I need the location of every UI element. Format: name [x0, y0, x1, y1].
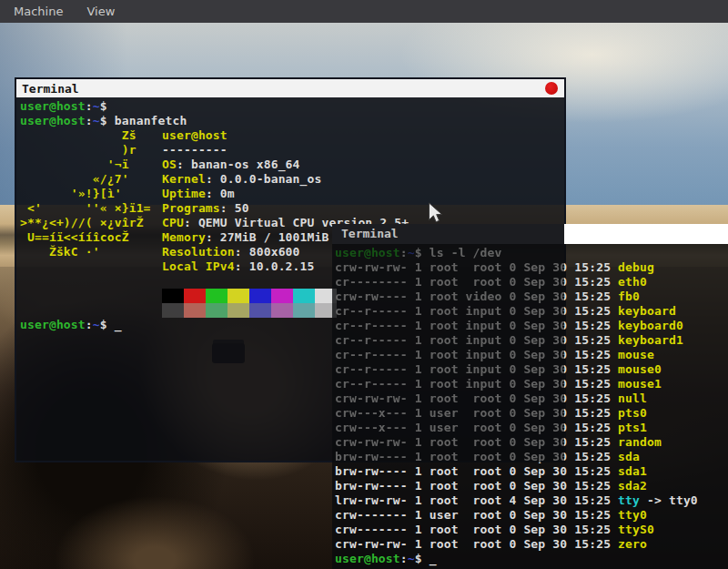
- ls-row: crw------- 1 root root 0 Sep 30 15:25 tt…: [335, 523, 728, 537]
- text-cursor: _: [430, 552, 437, 565]
- device-name: null: [618, 391, 647, 405]
- fetch-label: Memory: [162, 230, 206, 244]
- close-button[interactable]: [545, 82, 558, 95]
- device-name: keyboard0: [618, 319, 683, 332]
- device-name: mouse: [618, 348, 654, 361]
- palette-swatch: [293, 303, 315, 318]
- fetch-line: '¬ïOS: banan-os x86_64: [20, 157, 564, 172]
- terminal2-content[interactable]: user@host:~$ ls -l /dev crw-rw-rw- 1 roo…: [332, 244, 728, 569]
- device-name: mouse0: [618, 362, 662, 376]
- fetch-value: : 50: [220, 201, 249, 215]
- ls-row: brw-rw---- 1 root root 0 Sep 30 15:25 sd…: [335, 479, 728, 493]
- device-name: sda: [618, 450, 640, 463]
- device-name: mouse1: [618, 377, 662, 391]
- ls-meta: crw------- 1 user root 0 Sep 30 15:25: [335, 508, 618, 522]
- fetch-ascii-art: '¬ï: [20, 157, 162, 172]
- menu-bar: Machine View: [0, 0, 728, 23]
- device-name: debug: [618, 260, 654, 274]
- fetch-line: )r---------: [20, 143, 564, 157]
- fetch-host: user@host: [162, 128, 228, 142]
- text-cursor: _: [115, 318, 122, 331]
- palette-swatch: [271, 303, 293, 318]
- device-name: fb0: [618, 290, 640, 303]
- fetch-label: Resolution: [162, 245, 235, 259]
- fetch-label: Uptime: [162, 187, 206, 200]
- palette-swatch: [293, 289, 315, 303]
- palette-swatch: [184, 303, 206, 318]
- terminal-prompt-line: user@host:~$: [20, 99, 564, 114]
- terminal1-title: Terminal: [16, 82, 79, 96]
- palette-swatch: [162, 289, 184, 303]
- mouse-cursor-icon: [428, 202, 443, 225]
- fetch-ascii-art: Zš: [20, 128, 162, 143]
- palette-swatch: [206, 303, 228, 318]
- fetch-label: OS: [162, 157, 177, 171]
- ls-row: crw-rw-rw- 1 root root 0 Sep 30 15:25 ze…: [335, 537, 728, 552]
- fetch-value: : 10.0.2.15: [235, 259, 315, 273]
- fetch-ascii-art: <' ''« ×}ï1=: [20, 201, 162, 216]
- palette-swatch: [271, 289, 293, 303]
- fetch-label: Kernel: [162, 172, 206, 186]
- fetch-value: : 0.0.0-banan_os: [206, 172, 322, 186]
- terminal-command-line: user@host:~$ bananfetch: [20, 114, 564, 128]
- fetch-ascii-art: ŽškC ·': [20, 245, 162, 259]
- device-name: zero: [618, 537, 647, 551]
- link-target: -> tty0: [640, 493, 698, 507]
- fetch-value: : 0m: [206, 187, 235, 200]
- vm-screen: Machine View Terminal user@host:~$ ls -l…: [0, 0, 728, 569]
- fetch-value: : banan-os x86_64: [177, 157, 300, 171]
- palette-swatch: [228, 303, 249, 318]
- device-name: pts0: [618, 406, 647, 420]
- device-name: sda1: [618, 464, 647, 478]
- fetch-separator: ---------: [162, 143, 228, 157]
- ls-row: crw------- 1 user root 0 Sep 30 15:25 tt…: [335, 508, 728, 523]
- device-name: keyboard1: [618, 333, 683, 347]
- fetch-label: Programs: [162, 201, 220, 215]
- terminal-prompt-line: user@host:~$ _: [335, 552, 728, 566]
- device-name: sda2: [618, 479, 647, 493]
- wallpaper-rocks-corner: [55, 496, 255, 569]
- fetch-line: '»!}[ì'Uptime: 0m: [20, 187, 564, 201]
- device-name: keyboard: [618, 304, 676, 318]
- fetch-label: Local IPv4: [162, 259, 235, 273]
- ls-meta: brw-rw---- 1 root root 0 Sep 30 15:25: [335, 464, 618, 478]
- terminal1-titlebar[interactable]: Terminal: [16, 79, 564, 97]
- device-name: tty0: [618, 508, 647, 522]
- fetch-value: : 27MiB / 1001MiB: [206, 230, 329, 244]
- fetch-ascii-art: U==íï<<ííîcocŽ: [20, 230, 162, 245]
- device-name: tty: [618, 493, 640, 507]
- fetch-line: <' ''« ×}ï1=Programs: 50: [20, 201, 564, 216]
- palette-swatch: [249, 303, 271, 318]
- ls-meta: brw-rw---- 1 root root 0 Sep 30 15:25: [335, 479, 618, 493]
- fetch-line: Zšuser@host: [20, 128, 564, 143]
- fetch-label: CPU: [162, 216, 184, 229]
- fetch-line: «/¿7'Kernel: 0.0.0-banan_os: [20, 172, 564, 187]
- terminal2-titlebar[interactable]: Terminal: [332, 224, 728, 244]
- device-name: ttyS0: [618, 523, 654, 536]
- palette-swatch: [206, 289, 228, 303]
- fetch-ascii-art: >**¿<+)//( ×¿vîrŽ: [20, 216, 162, 230]
- ls-row: brw-rw---- 1 root root 0 Sep 30 15:25 sd…: [335, 464, 728, 479]
- menu-item-machine[interactable]: Machine: [14, 5, 63, 18]
- palette-swatch: [184, 289, 206, 303]
- palette-swatch: [249, 289, 271, 303]
- ls-meta: lrw-rw-rw- 1 root root 4 Sep 30 15:25: [335, 493, 618, 507]
- device-name: pts1: [618, 421, 647, 434]
- ls-meta: crw------- 1 root root 0 Sep 30 15:25: [335, 523, 618, 536]
- palette-swatch: [228, 289, 249, 303]
- fetch-ascii-art: «/¿7': [20, 172, 162, 187]
- palette-swatch: [162, 303, 184, 318]
- device-name: random: [618, 435, 662, 449]
- fetch-ascii-art: '»!}[ì': [20, 187, 162, 201]
- device-name: eth0: [618, 275, 647, 289]
- fetch-ascii-art: )r: [20, 143, 162, 157]
- command-text: bananfetch: [115, 114, 187, 127]
- ls-row: lrw-rw-rw- 1 root root 4 Sep 30 15:25 tt…: [335, 493, 728, 508]
- terminal2-window[interactable]: Terminal user@host:~$ ls -l /dev crw-rw-…: [332, 224, 728, 569]
- ls-meta: crw-rw-rw- 1 root root 0 Sep 30 15:25: [335, 537, 618, 551]
- fetch-value: : 800x600: [235, 245, 300, 259]
- terminal2-title: Terminal: [341, 224, 399, 244]
- menu-item-view[interactable]: View: [86, 5, 115, 18]
